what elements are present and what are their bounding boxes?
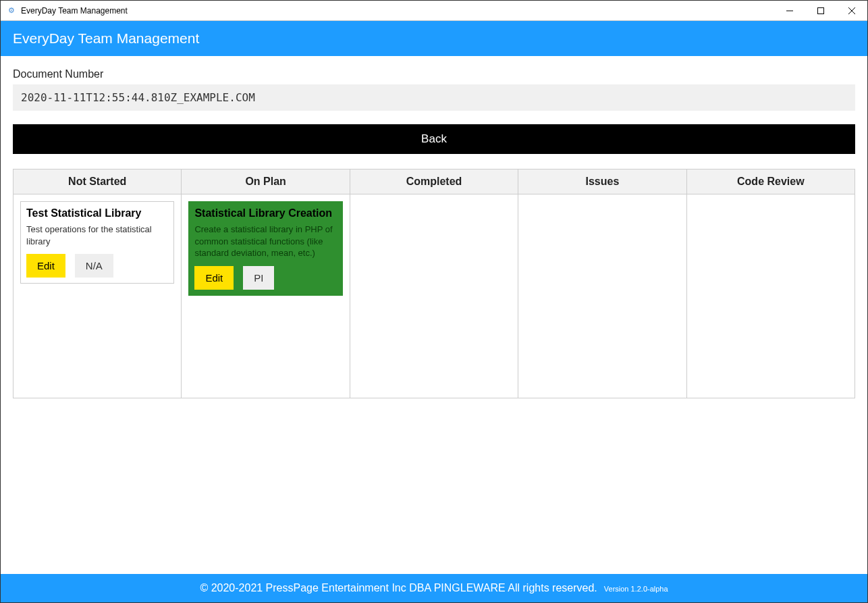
card-actions: Edit PI	[194, 266, 336, 290]
card-title: Test Statistical Library	[26, 207, 168, 219]
column-header: On Plan	[182, 169, 349, 194]
column-header: Not Started	[13, 169, 181, 194]
column-issues: Issues	[518, 169, 686, 398]
column-code-review: Code Review	[687, 169, 855, 398]
back-button[interactable]: Back	[13, 124, 855, 154]
card-description: Test operations for the statistical libr…	[26, 224, 168, 247]
column-header: Code Review	[687, 169, 855, 194]
window-titlebar: ⚙ EveryDay Team Management	[1, 1, 867, 21]
footer: © 2020-2021 PressPage Entertainment Inc …	[1, 574, 867, 602]
document-number-label: Document Number	[13, 68, 855, 80]
pi-button[interactable]: PI	[243, 266, 274, 290]
app-header: EveryDay Team Management	[1, 21, 867, 56]
column-body	[518, 194, 686, 398]
column-not-started: Not Started Test Statistical Library Tes…	[13, 169, 182, 398]
svg-rect-1	[818, 7, 824, 14]
column-header: Issues	[518, 169, 686, 194]
minimize-button[interactable]	[774, 1, 805, 20]
main-content: Document Number Back Not Started Test St…	[1, 56, 867, 574]
window-controls	[774, 1, 867, 20]
window-title: EveryDay Team Management	[21, 6, 128, 16]
column-body: Test Statistical Library Test operations…	[13, 194, 181, 398]
task-card[interactable]: Statistical Library Creation Create a st…	[188, 201, 342, 296]
document-number-input[interactable]	[13, 84, 855, 111]
card-actions: Edit N/A	[26, 254, 168, 278]
edit-button[interactable]: Edit	[194, 266, 234, 290]
card-description: Create a statistical library in PHP of c…	[194, 224, 336, 259]
close-button[interactable]	[836, 1, 867, 20]
app-icon: ⚙	[6, 5, 17, 16]
column-on-plan: On Plan Statistical Library Creation Cre…	[182, 169, 350, 398]
footer-version: Version 1.2.0-alpha	[604, 585, 668, 593]
column-header: Completed	[350, 169, 518, 194]
na-button[interactable]: N/A	[75, 254, 113, 278]
kanban-board: Not Started Test Statistical Library Tes…	[13, 169, 855, 398]
column-body: Statistical Library Creation Create a st…	[182, 194, 349, 398]
maximize-button[interactable]	[805, 1, 836, 20]
column-body	[687, 194, 855, 398]
close-icon	[848, 7, 855, 14]
card-title: Statistical Library Creation	[194, 207, 336, 219]
footer-copyright: © 2020-2021 PressPage Entertainment Inc …	[200, 582, 597, 594]
column-completed: Completed	[350, 169, 518, 398]
column-body	[350, 194, 518, 398]
maximize-icon	[817, 7, 824, 14]
app-title: EveryDay Team Management	[13, 30, 199, 46]
edit-button[interactable]: Edit	[26, 254, 65, 278]
minimize-icon	[786, 7, 793, 14]
titlebar-left: ⚙ EveryDay Team Management	[6, 5, 128, 16]
task-card[interactable]: Test Statistical Library Test operations…	[20, 201, 174, 284]
